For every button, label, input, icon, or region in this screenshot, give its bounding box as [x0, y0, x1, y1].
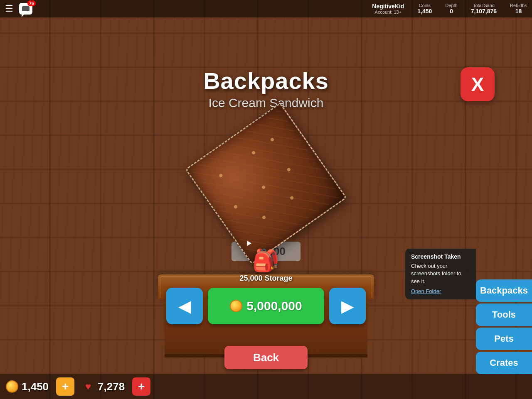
screenshot-notice-message: Check out your screenshots folder to see… [411, 262, 470, 285]
hud-health-value: 7,278 [98, 380, 125, 393]
close-button[interactable]: X [461, 67, 495, 101]
depth-label: Depth [445, 3, 457, 8]
account-label: Account: 13+ [375, 10, 402, 15]
rebirths-value: 18 [515, 8, 522, 15]
item-cracker [185, 103, 347, 264]
dot [219, 173, 223, 178]
rebirths-label: Rebirths [510, 3, 527, 8]
username-value: NegitiveKid [372, 3, 404, 10]
hud-coin-icon [6, 380, 18, 393]
item-image [185, 103, 347, 264]
right-panel-backpacks-button[interactable]: Backpacks [476, 279, 532, 302]
hud-health-stat: ♥ 7,278 [82, 380, 125, 393]
open-folder-link[interactable]: Open Folder [411, 288, 470, 295]
coin-icon [230, 300, 242, 312]
right-panel: Backpacks Tools Pets Crates [476, 279, 532, 374]
depth-stat: Depth 0 [445, 3, 457, 15]
dot [290, 196, 294, 200]
backpack-emoji-icon: 🎒 [239, 248, 292, 273]
bottom-hud: 1,450 + ♥ 7,278 + [0, 374, 532, 399]
storage-label: 25,000 Storage [239, 274, 292, 283]
dot [286, 167, 291, 172]
dialog-subtitle: Ice Cream Sandwich [203, 96, 329, 110]
chat-button[interactable]: 76 [19, 3, 32, 15]
navigation-buttons: 5,000,000 [166, 288, 366, 324]
dot [270, 137, 274, 142]
backpack-storage-area: 🎒 25,000 Storage [239, 248, 292, 283]
hud-heart-icon: ♥ [82, 380, 94, 393]
main-content: Backpacks Ice Cream Sandwich X 0/25000 🎒 [0, 17, 532, 399]
item-display: 0/25000 [208, 125, 324, 261]
previous-button[interactable] [166, 288, 203, 324]
dialog-title: Backpacks [203, 67, 329, 94]
dot [233, 204, 238, 209]
right-panel-crates-button[interactable]: Crates [476, 352, 532, 374]
buy-price: 5,000,000 [246, 299, 302, 313]
screenshot-notice-title: Screenshot Taken [411, 253, 470, 261]
hud-health-plus-button[interactable]: + [132, 377, 150, 396]
next-button[interactable] [329, 288, 366, 324]
total-sand-label: Total Sand [473, 3, 495, 8]
username-stat: NegitiveKid Account: 13+ [372, 3, 404, 15]
hud-coins-stat: 1,450 [6, 380, 49, 393]
coins-value: 1,450 [417, 8, 432, 15]
right-panel-pets-button[interactable]: Pets [476, 328, 532, 350]
dot [251, 150, 256, 155]
screenshot-notice: Screenshot Taken Check out your screensh… [405, 249, 476, 299]
menu-icon[interactable]: ☰ [5, 4, 13, 13]
coins-stat: Coins 1,450 [417, 3, 432, 15]
total-sand-stat: Total Sand 7,107,876 [471, 3, 497, 15]
dot [262, 215, 266, 220]
close-button-label: X [471, 73, 484, 95]
hud-coins-value: 1,450 [22, 380, 49, 393]
coins-label: Coins [419, 3, 431, 8]
hud-coins-plus-button[interactable]: + [56, 377, 74, 396]
dialog-title-area: Backpacks Ice Cream Sandwich [203, 67, 329, 110]
buy-button[interactable]: 5,000,000 [208, 288, 324, 324]
total-sand-value: 7,107,876 [471, 8, 497, 15]
right-panel-tools-button[interactable]: Tools [476, 304, 532, 326]
dot [261, 185, 266, 189]
top-bar: ☰ 76 NegitiveKid Account: 13+ Coins 1,45… [0, 0, 532, 17]
chat-badge: 76 [27, 0, 36, 6]
back-button[interactable]: Back [224, 346, 308, 369]
depth-value: 0 [450, 8, 453, 15]
back-button-label: Back [253, 351, 279, 364]
rebirths-stat: Rebirths 18 [510, 3, 527, 15]
